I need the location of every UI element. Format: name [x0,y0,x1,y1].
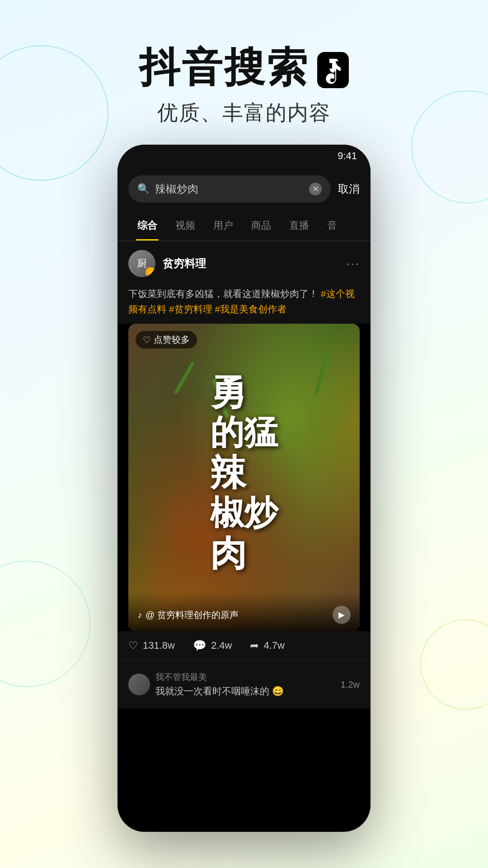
commenter-avatar [128,674,150,695]
tab-直播[interactable]: 直播 [280,211,318,241]
main-title: 抖音搜索 [139,45,349,90]
share-icon: ➦ [250,639,259,652]
likes-count: 131.8w [143,640,175,651]
tab-综合[interactable]: 综合 [128,211,166,241]
search-input-box[interactable]: 🔍 辣椒炒肉 ✕ [128,175,331,203]
commenter-name: 我不管我最美 [155,671,335,683]
comment-item: 我不管我最美 我就没一次看时不咽唾沫的 😄 1.2w [128,668,360,701]
sub-title: 优质、丰富的内容 [0,99,488,127]
comments-stat[interactable]: 💬 2.4w [193,639,232,652]
search-icon: 🔍 [137,183,150,195]
deco-circle-br [420,619,488,710]
desc-text: 下饭菜到底有多凶猛，就看这道辣椒炒肉了！ [128,288,318,299]
user-card: ✓ 贫穷料理 ··· [117,241,371,286]
shares-stat[interactable]: ➦ 4.7w [250,639,284,652]
tab-音乐[interactable]: 音 [318,211,346,241]
clear-button[interactable]: ✕ [309,183,322,195]
phone-inner: 9:41 🔍 辣椒炒肉 ✕ 取消 综合 视频 用户 商品 直播 音 ✓ 贫穷料理 [117,145,371,832]
sound-label: @ 贫穷料理创作的原声 [145,609,239,621]
music-note-icon: ♪ [137,610,142,620]
tab-用户[interactable]: 用户 [204,211,242,241]
video-text-line3: 辣 [210,452,278,494]
video-thumbnail[interactable]: ♡ 点赞较多 勇 的猛 辣 椒炒 肉 ♪ @ 贫穷料理创作的原声 ▶ [128,324,360,631]
play-button[interactable]: ▶ [333,606,351,624]
tab-视频[interactable]: 视频 [166,211,204,241]
search-query: 辣椒炒肉 [155,182,304,196]
video-text-line1: 勇 [210,372,278,413]
deco-circle-bl [0,561,90,687]
comment-text: 我就没一次看时不咽唾沫的 😄 [155,685,335,698]
shares-count: 4.7w [263,640,284,651]
phone-mockup: 9:41 🔍 辣椒炒肉 ✕ 取消 综合 视频 用户 商品 直播 音 ✓ 贫穷料理 [117,145,371,832]
tab-bar: 综合 视频 用户 商品 直播 音 [117,211,371,241]
likes-stat[interactable]: ♡ 131.8w [128,639,175,652]
likes-badge-text: 点赞较多 [154,334,190,346]
header-area: 抖音搜索 优质、丰富的内容 [0,0,488,154]
comment-icon: 💬 [193,639,206,652]
more-options-button[interactable]: ··· [347,256,360,271]
search-bar-area[interactable]: 🔍 辣椒炒肉 ✕ 取消 [117,167,371,211]
comment-likes-count: 1.2w [341,679,360,690]
tiktok-logo-icon [317,52,349,84]
verified-badge: ✓ [145,267,155,277]
video-text-line2: 的猛 [210,413,278,452]
stats-bar: ♡ 131.8w 💬 2.4w ➦ 4.7w [117,631,371,660]
status-bar: 9:41 [117,145,371,167]
comments-count: 2.4w [211,640,232,651]
tab-商品[interactable]: 商品 [242,211,280,241]
like-icon: ♡ [128,639,138,652]
video-text-line5: 肉 [210,533,278,574]
video-sound-info: ♪ @ 贫穷料理创作的原声 [137,609,239,621]
description-area: 下饭菜到底有多凶猛，就看这道辣椒炒肉了！ #这个视频有点料 #贫穷料理 #我是美… [117,286,371,324]
comment-section: 我不管我最美 我就没一次看时不咽唾沫的 😄 1.2w [117,660,371,708]
heart-icon: ♡ [143,335,151,345]
video-text-line4: 椒炒 [210,494,278,533]
user-name: 贫穷料理 [163,256,339,271]
likes-badge: ♡ 点赞较多 [136,331,197,349]
status-time: 9:41 [338,150,357,162]
avatar: ✓ [128,250,155,277]
video-bottom-bar: ♪ @ 贫穷料理创作的原声 ▶ [128,592,360,631]
cancel-button[interactable]: 取消 [338,182,360,196]
